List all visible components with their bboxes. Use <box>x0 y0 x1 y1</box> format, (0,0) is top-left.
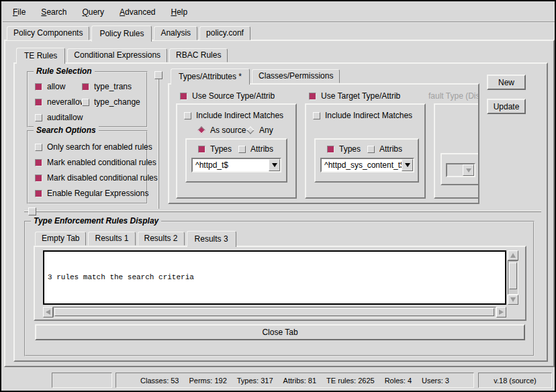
horizontal-scroll-thumb[interactable] <box>54 308 494 316</box>
tab-analysis[interactable]: Analysis <box>154 26 197 40</box>
menu-query[interactable]: Query <box>79 6 107 18</box>
regex-label: Enable Regular Expressions <box>47 189 148 198</box>
checkbox-mark-disabled[interactable]: Mark disabled conditional rules <box>35 173 158 183</box>
new-button-label: New <box>498 78 514 87</box>
tab-policy-components[interactable]: Policy Components <box>7 26 89 40</box>
menu-advanced[interactable]: Advanced <box>117 6 158 18</box>
horizontal-sash-handle[interactable] <box>28 207 36 215</box>
menu-search[interactable]: Search <box>38 6 69 18</box>
tab-results-1[interactable]: Results 1 <box>88 232 135 246</box>
target-indirect-checkbox[interactable] <box>313 112 320 119</box>
target-attribs-checkbox[interactable] <box>367 146 375 153</box>
auditallow-label: auditallow <box>47 113 83 122</box>
enabled-only-checkbox[interactable] <box>35 144 42 151</box>
target-combo-dropdown-button[interactable] <box>402 159 413 171</box>
use-target-checkbox[interactable] <box>309 93 316 100</box>
new-button[interactable]: New <box>487 75 526 90</box>
any-radio[interactable] <box>246 126 254 134</box>
results-text-area[interactable]: 3 rules match the search criteria (5822)… <box>43 250 506 305</box>
close-tab-button[interactable]: Close Tab <box>35 324 525 340</box>
stat-roles: Roles: 4 <box>385 377 412 385</box>
results-vertical-scrollbar[interactable] <box>508 250 518 305</box>
vertical-sash[interactable] <box>158 71 159 209</box>
default-type-label: fault Type (Disa <box>428 91 479 101</box>
checkbox-mark-enabled[interactable]: Mark enabled conditional rules <box>35 158 156 167</box>
checkbox-allow[interactable]: allow <box>35 82 65 91</box>
tab-rbac-rules[interactable]: RBAC Rules <box>169 48 228 62</box>
tab-results-2[interactable]: Results 2 <box>138 232 185 246</box>
vertical-scroll-thumb[interactable] <box>509 262 517 289</box>
tab-classes-permissions[interactable]: Classes/Permissions <box>252 69 340 83</box>
source-types-row[interactable]: Types <box>198 144 232 154</box>
scroll-up-button[interactable] <box>508 250 518 260</box>
tab-policy-rules[interactable]: Policy Rules <box>91 26 152 42</box>
target-types-frame: Types Attribs ^httpd_sys_content_t$ <box>314 138 419 183</box>
target-type-value[interactable]: ^httpd_sys_content_t$ <box>322 160 402 170</box>
checkbox-type-trans[interactable]: type_trans <box>82 82 132 91</box>
status-version-box: v.18 (source) <box>478 373 552 388</box>
mark-enabled-checkbox[interactable] <box>35 159 42 166</box>
target-indirect-row[interactable]: Include Indirect Matches <box>313 111 412 120</box>
source-attribs-checkbox[interactable] <box>238 146 246 153</box>
vertical-scroll-trough[interactable] <box>508 260 518 295</box>
use-source-row[interactable]: Use Source Type/Attrib <box>180 91 275 101</box>
target-attribs-label: Attribs <box>379 144 402 154</box>
type-change-label: type_change <box>94 97 140 107</box>
mark-disabled-checkbox[interactable] <box>35 175 42 182</box>
status-stats-box: Classes: 53 Perms: 192 Types: 317 Attrib… <box>115 373 474 388</box>
checkbox-enabled-only[interactable]: Only search for enabled rules <box>35 142 152 152</box>
vertical-sash-handle[interactable] <box>154 71 163 79</box>
source-types-label: Types <box>210 144 232 154</box>
horizontal-sash[interactable] <box>24 211 541 212</box>
target-indirect-label: Include Indirect Matches <box>325 111 412 120</box>
target-types-row[interactable]: Types <box>327 144 361 154</box>
mark-disabled-label: Mark disabled conditional rules <box>47 173 158 183</box>
as-source-radio-row[interactable]: As source <box>197 126 246 135</box>
auditallow-checkbox[interactable] <box>35 114 42 121</box>
target-attribs-row[interactable]: Attribs <box>367 144 402 154</box>
checkbox-auditallow[interactable]: auditallow <box>35 113 83 122</box>
as-source-radio[interactable] <box>197 126 205 134</box>
regex-checkbox[interactable] <box>35 190 42 197</box>
type-change-checkbox[interactable] <box>82 99 89 106</box>
policy-version: v.18 (source) <box>494 377 536 385</box>
allow-label: allow <box>47 82 65 91</box>
scroll-up-icon <box>510 253 516 258</box>
target-types-checkbox[interactable] <box>327 146 334 153</box>
source-indirect-row[interactable]: Include Indirect Matches <box>184 111 283 120</box>
checkbox-type-change[interactable]: type_change <box>82 97 140 107</box>
source-attribs-row[interactable]: Attribs <box>238 144 273 154</box>
policy-rules-panel: TE Rules Conditional Expressions RBAC Ru… <box>4 40 555 367</box>
tab-results-3[interactable]: Results 3 <box>187 231 236 247</box>
source-type-value[interactable]: ^httpd_t$ <box>193 160 269 170</box>
tab-conditional-expressions[interactable]: Conditional Expressions <box>67 48 167 62</box>
type-trans-checkbox[interactable] <box>82 83 89 91</box>
menu-help[interactable]: Help <box>168 6 190 18</box>
allow-checkbox[interactable] <box>35 83 42 91</box>
tab-types-attributes[interactable]: Types/Attributes * <box>171 68 250 85</box>
target-type-combobox[interactable]: ^httpd_sys_content_t$ <box>320 158 414 173</box>
scroll-right-button[interactable] <box>496 307 506 317</box>
horizontal-scroll-trough[interactable] <box>53 307 496 317</box>
update-button[interactable]: Update <box>487 99 526 114</box>
neverallow-checkbox[interactable] <box>35 99 42 106</box>
source-types-checkbox[interactable] <box>198 146 205 153</box>
checkbox-regex[interactable]: Enable Regular Expressions <box>35 189 148 198</box>
menu-file[interactable]: File <box>10 6 28 18</box>
tab-policy-conf[interactable]: policy.conf <box>199 26 250 40</box>
scroll-left-button[interactable] <box>43 307 53 317</box>
scroll-down-button[interactable] <box>508 295 518 305</box>
results-summary: 3 rules match the search criteria <box>48 273 502 282</box>
types-attributes-panel: Use Source Type/Attrib Include Indirect … <box>168 83 479 204</box>
results-horizontal-scrollbar[interactable] <box>43 307 506 317</box>
results-panel: 3 rules match the search criteria (5822)… <box>34 246 526 321</box>
use-target-row[interactable]: Use Target Type/Attrib <box>309 91 400 101</box>
source-combo-dropdown-button[interactable] <box>269 159 280 171</box>
tab-empty-tab[interactable]: Empty Tab <box>35 232 86 246</box>
source-indirect-checkbox[interactable] <box>184 112 191 119</box>
use-source-checkbox[interactable] <box>180 93 187 100</box>
checkbox-neverallow[interactable]: neverallow <box>35 97 85 107</box>
source-type-combobox[interactable]: ^httpd_t$ <box>191 158 281 173</box>
tab-te-rules[interactable]: TE Rules <box>16 48 65 64</box>
any-radio-row[interactable]: Any <box>246 126 273 135</box>
